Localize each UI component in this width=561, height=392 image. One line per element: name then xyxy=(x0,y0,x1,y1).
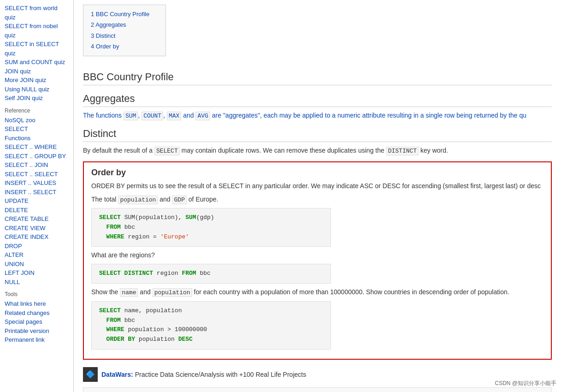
toc-item-1[interactable]: 1 BBC Country Profile xyxy=(91,9,158,19)
sidebar-item-insert-select[interactable]: INSERT .. SELECT xyxy=(5,188,69,197)
sidebar-tools-label: Tools xyxy=(5,291,69,297)
code3-line2: FROM bbc xyxy=(99,316,323,326)
sidebar-item-alter[interactable]: ALTER xyxy=(5,250,69,260)
sidebar-item-select-select[interactable]: SELECT .. SELECT xyxy=(5,170,69,179)
sidebar-item-select[interactable]: SELECT xyxy=(5,125,69,134)
code-block-3: SELECT name, population FROM bbc WHERE p… xyxy=(91,301,331,350)
sidebar-item-select-where[interactable]: SELECT .. WHERE xyxy=(5,143,69,152)
sidebar-item-select-world-quiz[interactable]: SELECT from world quiz xyxy=(5,4,69,22)
sidebar-item-related-changes[interactable]: Related changes xyxy=(5,309,69,318)
order-by-heading: Order by xyxy=(91,168,543,178)
sidebar-nav-links: SELECT from world quiz SELECT from nobel… xyxy=(5,4,69,103)
categories-bar: Categories: Pages using deprecated sourc… xyxy=(83,387,552,392)
datawars-icon: 🔷 xyxy=(83,367,98,382)
sidebar-item-null[interactable]: NULL xyxy=(5,278,69,287)
sidebar-item-create-table[interactable]: CREATE TABLE xyxy=(5,214,69,224)
sidebar-reference-label: Reference xyxy=(5,107,69,114)
sidebar-tools-links: What links here Related changes Special … xyxy=(5,299,69,344)
sidebar-item-permanent-link[interactable]: Permanent link xyxy=(5,335,69,344)
agg-max-code: MAX xyxy=(167,112,181,120)
sidebar-item-left-join[interactable]: LEFT JOIN xyxy=(5,268,69,278)
sidebar-item-select-in-select-quiz[interactable]: SELECT in SELECT quiz xyxy=(5,40,69,58)
code3-line1: SELECT name, population xyxy=(99,306,323,316)
code3-line3: WHERE population > 100000000 xyxy=(99,325,323,335)
distinct-select-code: SELECT xyxy=(154,147,180,155)
sidebar-item-drop[interactable]: DROP xyxy=(5,242,69,251)
code-block-1: SELECT SUM(population), SUM(gdp) FROM bb… xyxy=(91,208,331,247)
aggregates-desc: The functions SUM, COUNT, MAX and AVG ar… xyxy=(83,111,552,121)
sidebar-item-select-nobel-quiz[interactable]: SELECT from nobel quiz xyxy=(5,22,69,40)
datawars-link[interactable]: DataWars: xyxy=(101,371,133,378)
agg-count-code: COUNT xyxy=(142,112,163,120)
sidebar-ref-links: NoSQL zoo SELECT Functions SELECT .. WHE… xyxy=(5,116,69,287)
agg-sum-code: SUM xyxy=(124,112,138,120)
datawars-banner: 🔷 DataWars: Practice Data Science/Analys… xyxy=(83,367,552,382)
sidebar-item-what-links-here[interactable]: What links here xyxy=(5,299,69,309)
sidebar-item-join-quiz[interactable]: JOIN quiz xyxy=(5,67,69,76)
gdp-code: GDP xyxy=(172,196,187,204)
bbc-country-profile-heading: BBC Country Profile xyxy=(83,71,552,85)
sidebar-item-nosql-zoo[interactable]: NoSQL zoo xyxy=(5,116,69,125)
csdn-watermark: CSDN @知识分享小能手 xyxy=(495,380,556,387)
distinct-desc: By default the result of a SELECT may co… xyxy=(83,146,552,156)
toc-item-4[interactable]: 4 Order by xyxy=(91,41,158,52)
sidebar-item-insert-values[interactable]: INSERT .. VALUES xyxy=(5,178,69,188)
sidebar-item-create-index[interactable]: CREATE INDEX xyxy=(5,232,69,242)
distinct-heading: Distinct xyxy=(83,128,552,142)
distinct-keyword-code: DISTINCT xyxy=(386,147,419,155)
sidebar-item-update[interactable]: UPDATE xyxy=(5,196,69,206)
sidebar-item-select-group-by[interactable]: SELECT .. GROUP BY xyxy=(5,152,69,161)
code1-line1: SELECT SUM(population), SUM(gdp) xyxy=(99,213,323,223)
code2-line1: SELECT DISTINCT region FROM bbc xyxy=(99,269,323,279)
sidebar-item-functions[interactable]: Functions xyxy=(5,134,69,143)
toc-box: 1 BBC Country Profile 2 Aggregates 3 Dis… xyxy=(83,5,166,56)
datawars-text: DataWars: Practice Data Science/Analysis… xyxy=(101,371,306,378)
aggregates-heading: Aggregates xyxy=(83,93,552,107)
order-by-q3: Show the name and population for each co… xyxy=(91,287,543,297)
order-by-section: Order by ORDER BY permits us to see the … xyxy=(83,161,552,360)
sidebar-item-special-pages[interactable]: Special pages xyxy=(5,317,69,327)
main-content: 1 BBC Country Profile 2 Aggregates 3 Dis… xyxy=(74,0,561,392)
order-by-desc: ORDER BY permits us to see the result of… xyxy=(91,181,543,191)
sidebar-item-using-null-quiz[interactable]: Using NULL quiz xyxy=(5,85,69,94)
toc-item-2[interactable]: 2 Aggregates xyxy=(91,19,158,30)
sidebar-item-union[interactable]: UNION xyxy=(5,260,69,269)
population-code-2: population xyxy=(153,288,192,297)
sidebar-item-sum-count-quiz[interactable]: SUM and COUNT quiz xyxy=(5,58,69,67)
sidebar-item-delete[interactable]: DELETE xyxy=(5,206,69,215)
agg-avg-code: AVG xyxy=(195,112,210,120)
population-code-1: population xyxy=(118,196,158,204)
code-block-2: SELECT DISTINCT region FROM bbc xyxy=(91,264,331,284)
code3-line4: ORDER BY population DESC xyxy=(99,335,323,344)
sidebar: SELECT from world quiz SELECT from nobel… xyxy=(0,0,74,392)
toc-item-3[interactable]: 3 Distinct xyxy=(91,30,158,41)
sidebar-item-create-view[interactable]: CREATE VIEW xyxy=(5,224,69,233)
name-code: name xyxy=(120,288,138,297)
sidebar-item-select-join[interactable]: SELECT .. JOIN xyxy=(5,160,69,170)
sidebar-item-printable-version[interactable]: Printable version xyxy=(5,327,69,336)
code1-line2: FROM bbc xyxy=(99,223,323,232)
order-by-para2: The total population and GDP of Europe. xyxy=(91,195,543,205)
sidebar-item-self-join-quiz[interactable]: Self JOIN quiz xyxy=(5,94,69,103)
code1-line3: WHERE region = 'Europe' xyxy=(99,232,323,242)
order-by-q2: What are the regions? xyxy=(91,250,543,260)
sidebar-item-more-join-quiz[interactable]: More JOIN quiz xyxy=(5,76,69,85)
